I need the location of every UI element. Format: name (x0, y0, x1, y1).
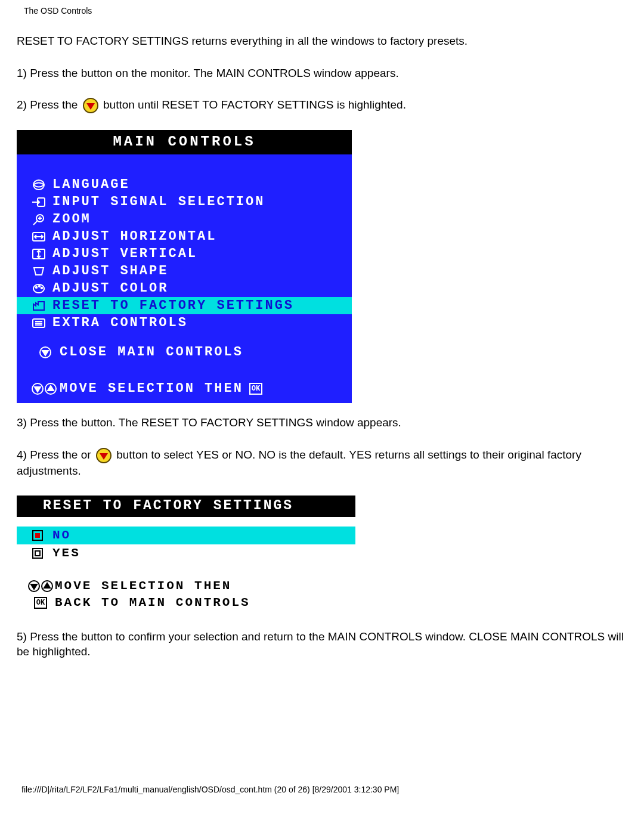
osd-item-label: RESET TO FACTORY SETTINGS (52, 298, 294, 313)
osd-item-label: ADJUST VERTICAL (52, 246, 197, 261)
extra-controls-icon (31, 317, 52, 330)
osd-item-label: ADJUST COLOR (52, 281, 168, 296)
svg-marker-21 (42, 351, 48, 355)
osd-close-main-controls: CLOSE MAIN CONTROLS (17, 343, 352, 361)
osd-item-adjust-vertical: ADJUST VERTICAL (17, 245, 352, 262)
osd-close-label: CLOSE MAIN CONTROLS (60, 345, 243, 360)
input-signal-icon (31, 196, 52, 209)
down-arrow-button-icon (82, 98, 99, 113)
page-footer-path: file:///D|/rita/LF2/LF2/LFa1/multi_manua… (17, 785, 627, 794)
osd-item-language: LANGUAGE (17, 176, 352, 193)
step1-a: 1) Press the (17, 67, 81, 79)
svg-marker-23 (35, 387, 41, 392)
svg-point-15 (41, 287, 42, 289)
osd-main-controls-window: MAIN CONTROLS LANGUAGE INPUT SIGNAL SELE… (17, 130, 352, 403)
osd2-footer2-label: BACK TO MAIN CONTROLS (55, 596, 250, 609)
osd-footer: MOVE SELECTION THEN OK (17, 373, 352, 403)
osd-footer-label: MOVE SELECTION THEN (60, 381, 243, 396)
osd-item-input-signal: INPUT SIGNAL SELECTION (17, 193, 352, 210)
step5-a: 5) Press the (17, 630, 81, 643)
up-down-dark-icon (26, 580, 55, 593)
svg-marker-25 (48, 386, 54, 391)
osd2-body: NO YES (17, 517, 355, 616)
osd-item-zoom: ZOOM (17, 210, 352, 228)
osd2-footer1-label: MOVE SELECTION THEN (55, 579, 231, 593)
radio-unselected-icon (31, 547, 52, 560)
step2-b: button until RESET TO FACTORY SETTINGS i… (103, 98, 406, 111)
step2-a: 2) Press the (17, 98, 81, 111)
close-down-icon (31, 346, 60, 359)
osd-item-extra-controls: EXTRA CONTROLS (17, 314, 352, 332)
step-4: 4) Press the or button to select YES or … (17, 447, 627, 479)
step3-a: 3) Press the (17, 416, 81, 429)
step-2: 2) Press the button until RESET TO FACTO… (17, 97, 627, 113)
osd2-title: RESET TO FACTORY SETTINGS (17, 496, 355, 517)
osd-item-label: ADJUST HORIZONTAL (52, 229, 216, 244)
svg-line-6 (33, 221, 37, 225)
osd-body: LANGUAGE INPUT SIGNAL SELECTION ZOOM ADJ… (17, 154, 352, 373)
zoom-icon (31, 213, 52, 226)
svg-marker-35 (44, 583, 50, 588)
osd-item-adjust-color: ADJUST COLOR (17, 280, 352, 297)
svg-rect-29 (35, 533, 40, 538)
svg-marker-33 (31, 584, 37, 589)
osd-item-adjust-horizontal: ADJUST HORIZONTAL (17, 228, 352, 245)
step-3: 3) Press the button. The RESET TO FACTOR… (17, 415, 627, 431)
step4-a: 4) Press the (17, 448, 81, 461)
step5-b: button to confirm your selection and ret… (17, 630, 624, 658)
svg-point-14 (39, 286, 40, 287)
adjust-horizontal-icon (31, 230, 52, 243)
step3-b: button. The RESET TO FACTORY SETTINGS wi… (81, 416, 401, 429)
step4-b: or (81, 448, 94, 461)
ok-icon: OK (249, 383, 262, 395)
osd-reset-window: RESET TO FACTORY SETTINGS NO YES (17, 496, 355, 616)
svg-rect-31 (35, 551, 40, 556)
step-5: 5) Press the button to confirm your sele… (17, 629, 627, 659)
osd-title: MAIN CONTROLS (17, 130, 352, 154)
osd2-yes-label: YES (52, 546, 80, 560)
up-down-icon (31, 382, 60, 395)
ok-dark-icon: OK (26, 597, 55, 609)
osd2-option-yes: YES (17, 544, 355, 562)
adjust-vertical-icon (31, 247, 52, 261)
step-1: 1) Press the button on the monitor. The … (17, 66, 627, 81)
osd-item-adjust-shape: ADJUST SHAPE (17, 262, 352, 280)
osd-item-label: ADJUST SHAPE (52, 264, 168, 278)
osd-item-label: INPUT SIGNAL SELECTION (52, 194, 265, 209)
svg-point-13 (36, 287, 37, 288)
down-arrow-button-icon (95, 448, 112, 463)
step1-b: button on the monitor. The MAIN CONTROLS… (81, 67, 399, 79)
factory-icon (31, 299, 52, 312)
language-icon (31, 178, 52, 191)
adjust-color-icon (31, 282, 52, 295)
adjust-shape-icon (31, 265, 52, 278)
osd-item-label: EXTRA CONTROLS (52, 315, 188, 330)
osd2-option-no: NO (17, 527, 355, 544)
radio-selected-icon (31, 529, 52, 542)
svg-point-2 (33, 180, 44, 190)
osd-item-label: LANGUAGE (52, 177, 130, 192)
osd2-footer: MOVE SELECTION THEN OK BACK TO MAIN CONT… (17, 572, 355, 616)
intro-text: RESET TO FACTORY SETTINGS returns everyt… (17, 33, 627, 49)
osd2-no-label: NO (52, 528, 71, 542)
page-header: The OSD Controls (24, 6, 627, 16)
svg-rect-30 (33, 549, 42, 558)
osd-item-reset-factory: RESET TO FACTORY SETTINGS (17, 297, 352, 314)
osd-item-label: ZOOM (52, 212, 91, 227)
